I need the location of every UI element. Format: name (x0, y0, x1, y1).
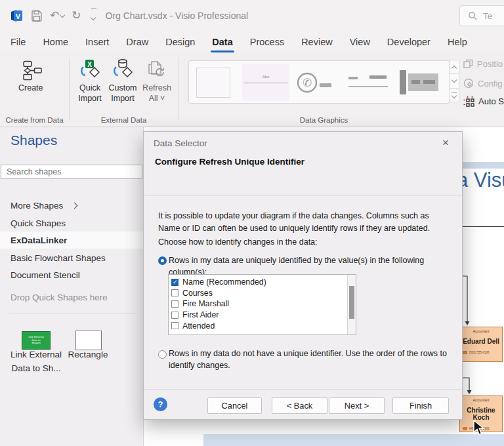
quick-access-toolbar: V ↶ ↻ (0, 9, 96, 23)
list-scrollbar-thumb[interactable] (349, 286, 354, 319)
org-name: Christine Koch (460, 407, 502, 421)
tab-view[interactable]: View (341, 31, 379, 52)
tab-draw[interactable]: Draw (117, 31, 157, 52)
redo-button[interactable]: ↻ (72, 10, 81, 21)
auto-size-label: Auto S (478, 96, 504, 106)
tab-developer[interactable]: Developer (379, 31, 439, 52)
auto-size-button[interactable]: Auto S (463, 96, 504, 107)
stencil-tab-quick-shapes[interactable]: Quick Shapes (0, 214, 143, 232)
search-icon (468, 11, 477, 20)
search-text: Te (483, 11, 492, 21)
column-row-courses[interactable]: Courses (169, 288, 356, 299)
finish-button[interactable]: Finish (392, 397, 449, 414)
group-label-create-from-data: Create from Data (0, 116, 69, 124)
quick-import-icon: X (77, 59, 102, 81)
stencil-tab-exdatalinker[interactable]: ExDataLinker (0, 232, 143, 249)
data-graphic-thumb-callouts[interactable] (348, 71, 389, 92)
close-icon[interactable]: × (438, 136, 453, 150)
cancel-button[interactable]: Cancel (207, 397, 262, 414)
data-graphic-thumb-bar[interactable] (400, 69, 440, 96)
custom-import-label: Custom Import (108, 83, 136, 104)
quick-import-label: Quick Import (78, 83, 101, 104)
refresh-all-icon (146, 59, 167, 81)
shapes-panel: Shapes More Shapes Quick Shapes ExDataLi… (0, 127, 144, 446)
tab-data[interactable]: Data (203, 31, 241, 52)
tab-file[interactable]: File (2, 31, 34, 52)
org-name: Eduard Dell (460, 338, 502, 345)
position-icon (463, 59, 473, 69)
stencil-tab-document-stencil[interactable]: Document Stencil (0, 266, 143, 283)
abc-label: Abc (242, 75, 289, 79)
column-row-fire-marshall[interactable]: Fire Marshall (169, 298, 356, 310)
svg-text:V: V (16, 12, 21, 20)
tab-help[interactable]: Help (439, 31, 476, 52)
tab-home[interactable]: Home (34, 31, 77, 52)
create-from-data-button[interactable]: Create (18, 60, 43, 92)
dialog-title: Data Selector (154, 138, 207, 148)
checkbox-icon[interactable] (171, 300, 178, 308)
save-icon[interactable] (31, 10, 43, 22)
checkbox-icon[interactable] (171, 289, 178, 296)
phone-icon: ☎ (462, 426, 468, 431)
next-button[interactable]: Next > (329, 397, 385, 414)
checkbox-icon[interactable] (171, 312, 178, 319)
gallery-scroll-up-icon[interactable] (449, 60, 459, 74)
customize-qat-icon[interactable] (91, 9, 96, 22)
configure-gear-icon (463, 78, 474, 89)
org-shape-eduard-dell[interactable]: Accountant Eduard Dell ☎ (502) 555-0106 (459, 327, 503, 362)
dialog-choose-label: Choose how to identify changes in the da… (158, 237, 318, 247)
gallery-scroll-down-icon[interactable] (449, 73, 459, 88)
data-graphic-thumb-text[interactable]: Abc (242, 64, 289, 100)
tab-design[interactable]: Design (157, 31, 203, 52)
dialog-divider (144, 195, 462, 196)
configure-button[interactable]: Config (463, 78, 503, 89)
radio-row-order[interactable] (158, 350, 167, 359)
org-role: Accountant (460, 398, 502, 402)
rectangle-label: Rectangle (62, 348, 114, 361)
radio-row-order-label: Rows in my data do not have a unique ide… (169, 348, 451, 371)
chevron-right-icon (72, 202, 78, 209)
undo-dropdown-icon[interactable] (60, 12, 65, 17)
checkbox-checked-icon[interactable] (171, 279, 178, 286)
data-graphics-gallery: Abc ✆ (188, 60, 450, 104)
dialog-intro-text: It is possible to update your diagram if… (158, 210, 449, 235)
svg-text:✆: ✆ (303, 76, 312, 89)
shapes-panel-heading: Shapes (10, 132, 57, 148)
dialog-heading: Configure Refresh Unique Identifier (155, 157, 304, 167)
help-button[interactable]: ? (154, 397, 167, 411)
radio-unique-columns[interactable] (158, 256, 167, 265)
gallery-expand-icon[interactable] (449, 88, 459, 102)
gallery-scroll-buttons (449, 60, 459, 102)
link-external-data-master-shape[interactable]: Link External Data to Shapes (22, 331, 51, 350)
data-selector-dialog: Data Selector × Configure Refresh Unique… (143, 131, 463, 420)
stencil-tab-basic-flowchart[interactable]: Basic Flowchart Shapes (0, 249, 143, 266)
org-phone-number: (502) 555-0106 (469, 351, 490, 354)
pasteboard-strip (203, 434, 504, 446)
document-title: Org Chart.vsdx - Visio Professional (106, 10, 249, 21)
position-label: Positio (477, 59, 503, 69)
tell-me-search-box[interactable]: Te (459, 5, 504, 26)
data-graphic-thumb-icon-set[interactable]: ✆ (296, 71, 335, 94)
data-graphic-thumb-none[interactable] (196, 68, 230, 98)
position-button[interactable]: Positio (463, 59, 503, 69)
undo-button[interactable]: ↶ (50, 10, 64, 21)
column-row-name[interactable]: Name (Recommended) (169, 277, 356, 288)
list-scrollbar[interactable] (347, 275, 356, 334)
group-label-external-data: External Data (70, 116, 178, 124)
link-external-data-label: Link External Data to Sh... (7, 348, 66, 375)
custom-import-icon (110, 59, 135, 81)
tab-review[interactable]: Review (293, 31, 341, 52)
refresh-all-button[interactable]: Refresh All ˅ (140, 59, 173, 104)
dialog-footer-divider (144, 389, 462, 390)
custom-import-button[interactable]: Custom Import (106, 59, 139, 104)
checkbox-icon[interactable] (171, 322, 178, 329)
quick-import-button[interactable]: X Quick Import (75, 59, 105, 104)
search-shapes-input[interactable] (1, 165, 142, 179)
tab-process[interactable]: Process (242, 31, 293, 52)
auto-size-grid-icon (463, 96, 474, 107)
tab-insert[interactable]: Insert (77, 31, 117, 52)
more-shapes-item[interactable]: More Shapes (0, 197, 143, 214)
column-row-first-aider[interactable]: First Aider (169, 310, 356, 321)
back-button[interactable]: < Back (272, 397, 327, 414)
column-row-attended[interactable]: Attended (169, 320, 356, 331)
